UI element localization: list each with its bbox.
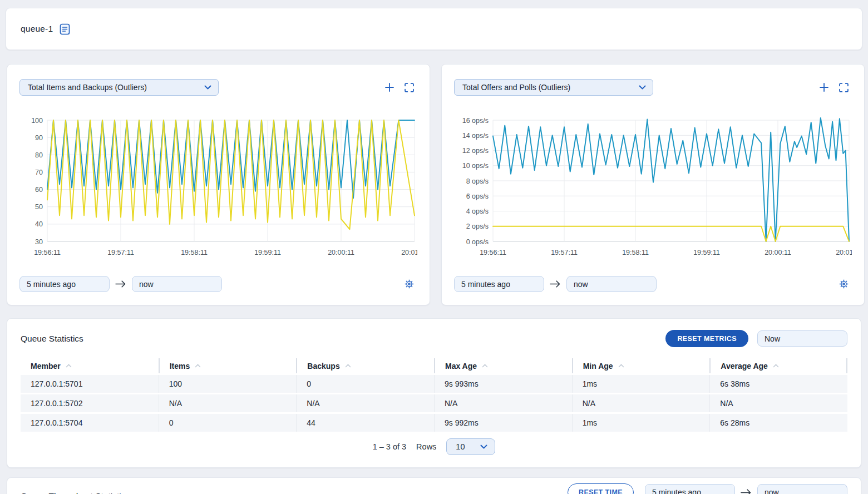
table-cell: 0 (296, 375, 434, 393)
fullscreen-icon[interactable] (839, 83, 849, 92)
chevron-down-icon (639, 85, 646, 90)
column-label: Average Age (721, 362, 768, 370)
page-title: queue-1 (21, 24, 53, 34)
table-cell: N/A (709, 394, 847, 412)
svg-text:80: 80 (35, 151, 43, 159)
svg-text:30: 30 (35, 238, 43, 246)
svg-text:4 ops/s: 4 ops/s (466, 208, 489, 215)
table-cell: N/A (434, 394, 572, 412)
svg-text:2 ops/s: 2 ops/s (466, 223, 489, 230)
arrow-right-icon (741, 488, 752, 494)
reset-metrics-button[interactable]: RESET METRICS (665, 330, 748, 347)
sort-icon (618, 364, 624, 368)
svg-text:19:57:11: 19:57:11 (551, 249, 578, 256)
column-label: Min Age (583, 362, 613, 370)
time-from-input[interactable] (19, 276, 110, 292)
svg-text:19:56:11: 19:56:11 (480, 249, 506, 256)
table-row[interactable]: 127.0.0.1:570110009s 993ms1ms6s 38ms (21, 375, 847, 393)
column-header-min-age[interactable]: Min Age (572, 358, 710, 373)
svg-text:20:01:11: 20:01:11 (401, 249, 417, 256)
sort-icon (482, 364, 488, 368)
svg-text:40: 40 (35, 220, 43, 228)
charts-row: Total Items and Backups (Outliers) 30405… (7, 64, 861, 305)
pagination: 1 – 3 of 3 Rows 10 (21, 438, 847, 455)
svg-text:70: 70 (35, 169, 43, 176)
queue-throughput-section: Queue Throughput Statistics RESET TIME (7, 477, 861, 494)
table-cell: N/A (572, 394, 710, 412)
metric-select-label: Total Offers and Polls (Outliers) (462, 83, 570, 92)
reset-time-button[interactable]: RESET TIME (568, 483, 634, 494)
svg-text:20:00:11: 20:00:11 (765, 249, 791, 256)
column-header-backups[interactable]: Backups (296, 358, 434, 373)
svg-text:12 ops/s: 12 ops/s (462, 147, 489, 155)
table-cell: 9s 993ms (434, 375, 572, 393)
column-header-member[interactable]: Member (21, 358, 159, 373)
svg-text:20:01:11: 20:01:11 (836, 249, 852, 256)
sort-icon (195, 364, 201, 368)
rows-per-page-select[interactable]: 10 (446, 438, 495, 455)
table-cell: 1ms (572, 375, 710, 393)
column-label: Items (170, 362, 190, 370)
column-header-max-age[interactable]: Max Age (434, 358, 572, 373)
table-cell: 6s 38ms (709, 375, 847, 393)
metric-select-items-backups[interactable]: Total Items and Backups (Outliers) (19, 79, 219, 96)
table-cell: 127.0.0.1:5704 (21, 414, 159, 432)
gear-icon[interactable] (839, 279, 849, 289)
svg-text:8 ops/s: 8 ops/s (466, 177, 489, 185)
stats-time-input[interactable] (757, 330, 847, 347)
chevron-down-icon (480, 444, 487, 449)
svg-text:19:56:11: 19:56:11 (34, 249, 61, 256)
table-cell: 127.0.0.1:5701 (21, 375, 159, 393)
queue-statistics-section: Queue Statistics RESET METRICS MemberIte… (7, 318, 861, 468)
chevron-down-icon (204, 85, 211, 90)
chart-card-items-backups: Total Items and Backups (Outliers) 30405… (7, 64, 430, 305)
column-label: Max Age (445, 362, 477, 370)
add-chart-button[interactable] (384, 82, 394, 92)
table-cell: 0 (159, 414, 297, 432)
time-from-input[interactable] (645, 484, 735, 494)
svg-text:0 ops/s: 0 ops/s (466, 238, 489, 246)
table-header-row: MemberItemsBackupsMax AgeMin AgeAverage … (21, 358, 847, 373)
document-icon[interactable] (60, 23, 70, 35)
sort-icon (345, 364, 351, 368)
add-chart-button[interactable] (819, 82, 829, 92)
table-cell: 1ms (572, 414, 710, 432)
time-from-input[interactable] (454, 276, 544, 292)
svg-text:20:00:11: 20:00:11 (328, 249, 354, 256)
rows-label: Rows (416, 442, 436, 451)
rows-per-page-value: 10 (456, 442, 465, 451)
svg-text:19:58:11: 19:58:11 (181, 249, 208, 256)
pagination-range: 1 – 3 of 3 (373, 442, 406, 451)
table-row[interactable]: 127.0.0.1:57040449s 992ms1ms6s 28ms (21, 414, 847, 432)
series-polls (493, 226, 849, 241)
queue-statistics-table: MemberItemsBackupsMax AgeMin AgeAverage … (21, 358, 847, 432)
arrow-right-icon (550, 280, 561, 288)
section-title: Queue Throughput Statistics (21, 491, 130, 494)
arrow-right-icon (115, 280, 126, 288)
svg-text:90: 90 (35, 134, 43, 142)
series-backups (47, 120, 415, 229)
metric-select-offers-polls[interactable]: Total Offers and Polls (Outliers) (454, 79, 653, 96)
svg-text:16 ops/s: 16 ops/s (462, 117, 489, 125)
gear-icon[interactable] (405, 279, 414, 289)
fullscreen-icon[interactable] (405, 83, 414, 92)
svg-text:60: 60 (35, 186, 43, 194)
time-to-input[interactable] (566, 276, 657, 292)
metric-select-label: Total Items and Backups (Outliers) (28, 83, 147, 92)
sort-icon (773, 364, 779, 368)
time-to-input[interactable] (132, 276, 222, 292)
svg-text:19:58:11: 19:58:11 (622, 249, 649, 256)
svg-text:6 ops/s: 6 ops/s (466, 192, 489, 200)
section-title: Queue Statistics (21, 334, 83, 344)
column-label: Member (31, 362, 61, 370)
table-row[interactable]: 127.0.0.1:5702N/AN/AN/AN/AN/A (21, 394, 847, 412)
time-to-input[interactable] (757, 484, 847, 494)
table-cell: 127.0.0.1:5702 (21, 394, 159, 412)
column-header-items[interactable]: Items (159, 358, 297, 373)
svg-text:10 ops/s: 10 ops/s (462, 162, 489, 170)
svg-text:19:59:11: 19:59:11 (254, 249, 281, 256)
page-header: queue-1 (6, 8, 862, 50)
table-cell: 6s 28ms (709, 414, 847, 432)
series-offers (493, 118, 849, 241)
column-header-average-age[interactable]: Average Age (709, 358, 847, 373)
